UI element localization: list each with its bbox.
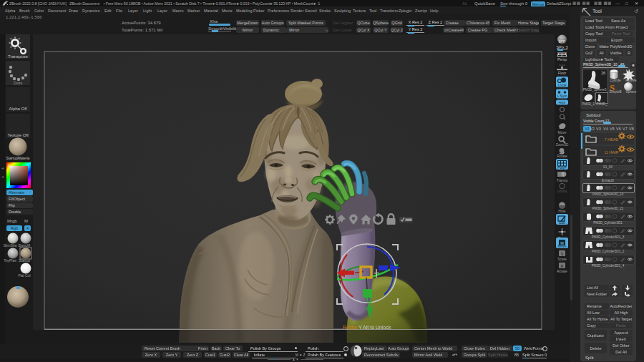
svg-text:Transp: Transp — [557, 178, 568, 182]
svg-text:Move: Move — [557, 244, 566, 248]
svg-text:BPR: BPR — [559, 40, 566, 44]
svg-text:Floor: Floor — [558, 71, 567, 75]
svg-text:S: S — [561, 252, 564, 256]
svg-text:Edit: Edit — [559, 220, 565, 225]
svg-text:Local: Local — [558, 83, 567, 87]
svg-text:Ghost: Ghost — [557, 189, 567, 193]
svg-text:Hide: Hide — [558, 209, 566, 213]
svg-text:Rotate: Rotate — [557, 269, 567, 273]
svg-text:•xyz: •xyz — [559, 100, 566, 104]
svg-text:R: R — [561, 264, 564, 268]
svg-text:L.Sym: L.Sym — [557, 94, 567, 98]
svg-text:PolyF: PolyF — [557, 165, 567, 170]
svg-text:x y z: x y z — [559, 63, 565, 67]
svg-text:Persp: Persp — [557, 57, 567, 62]
svg-text:Rotate: Rotate — [343, 325, 358, 330]
svg-text:Y Alt to Unlock: Y Alt to Unlock — [358, 325, 391, 330]
svg-text:D: D — [8, 164, 11, 168]
svg-text:Zoom3D: Zoom3D — [556, 143, 569, 147]
svg-text:Move: Move — [557, 130, 566, 134]
svg-text:SPix 3: SPix 3 — [557, 45, 568, 49]
svg-text:Rotate: Rotate — [557, 154, 567, 158]
svg-text:Scale: Scale — [557, 257, 567, 261]
